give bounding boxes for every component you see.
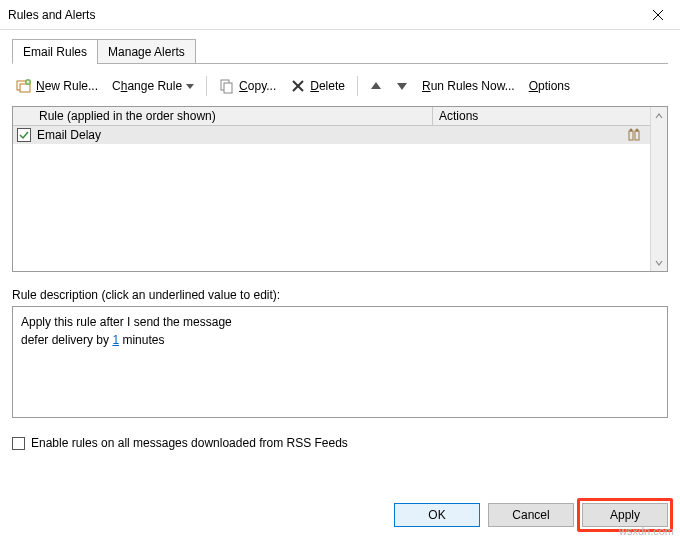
options-label: Options [529,79,570,93]
desc-line2: defer delivery by 1 minutes [21,331,659,349]
copy-label: Copy... [239,79,276,93]
triangle-down-icon [396,80,408,92]
rule-row[interactable]: Email Delay [13,126,650,144]
scroll-down-button[interactable] [651,254,668,271]
description-label: Rule description (click an underlined va… [12,288,668,302]
rules-header: Rule (applied in the order shown) Action… [13,107,650,126]
divider [357,76,358,96]
dropdown-icon [186,79,194,93]
description-box: Apply this rule after I send the message… [12,306,668,418]
apply-highlight: Apply [577,498,673,532]
rss-checkbox[interactable] [12,437,25,450]
apply-button[interactable]: Apply [582,503,668,527]
rule-name: Email Delay [37,128,433,142]
apply-label: Apply [610,508,640,522]
svg-marker-13 [397,83,407,90]
change-rule-label: Change Rule [112,79,182,93]
scroll-up-button[interactable] [651,107,668,124]
tab-email-rules-label: Email Rules [23,45,87,59]
dialog-footer: OK Cancel Apply [394,503,668,527]
svg-marker-12 [371,82,381,89]
copy-icon [219,78,235,94]
delete-label: Delete [310,79,345,93]
tab-email-rules[interactable]: Email Rules [12,39,98,64]
svg-point-16 [630,129,633,132]
copy-button[interactable]: Copy... [217,76,278,96]
titlebar: Rules and Alerts [0,0,680,30]
rss-label: Enable rules on all messages downloaded … [31,436,348,450]
window-title: Rules and Alerts [8,8,95,22]
col-actions-header[interactable]: Actions [433,107,650,125]
ok-button[interactable]: OK [394,503,480,527]
desc-line2-suffix: minutes [119,333,164,347]
chevron-down-icon [655,259,663,267]
svg-rect-14 [629,131,633,140]
delete-button[interactable]: Delete [288,76,347,96]
ok-label: OK [428,508,445,522]
desc-line2-prefix: defer delivery by [21,333,112,347]
svg-rect-3 [20,84,30,92]
tabs: Email Rules Manage Alerts [12,38,668,64]
svg-point-17 [636,129,639,132]
desc-line1: Apply this rule after I send the message [21,313,659,331]
move-up-button[interactable] [368,78,384,94]
change-rule-button[interactable]: Change Rule [110,77,196,95]
rss-option: Enable rules on all messages downloaded … [12,436,668,450]
col-rule-header[interactable]: Rule (applied in the order shown) [13,107,433,125]
divider [206,76,207,96]
scrollbar[interactable] [650,107,667,271]
new-rule-label: New Rule... [36,79,98,93]
chevron-up-icon [655,112,663,120]
triangle-up-icon [370,80,382,92]
tab-manage-alerts[interactable]: Manage Alerts [97,39,196,64]
new-rule-icon [16,78,32,94]
rule-checkbox[interactable] [17,128,31,142]
new-rule-button[interactable]: New Rule... [14,76,100,96]
options-button[interactable]: Options [527,77,572,95]
cancel-label: Cancel [512,508,549,522]
close-button[interactable] [636,0,680,30]
check-icon [19,130,29,140]
svg-rect-9 [224,83,232,93]
tab-manage-alerts-label: Manage Alerts [108,45,185,59]
cancel-button[interactable]: Cancel [488,503,574,527]
rules-list: Rule (applied in the order shown) Action… [12,106,668,272]
close-icon [653,10,663,20]
toolbar: New Rule... Change Rule Copy... Delete [12,72,668,106]
run-rules-button[interactable]: Run Rules Now... [420,77,517,95]
run-rules-label: Run Rules Now... [422,79,515,93]
svg-rect-15 [635,131,639,140]
svg-marker-7 [186,84,194,89]
move-down-button[interactable] [394,78,410,94]
defer-icon [626,127,642,143]
delete-icon [290,78,306,94]
